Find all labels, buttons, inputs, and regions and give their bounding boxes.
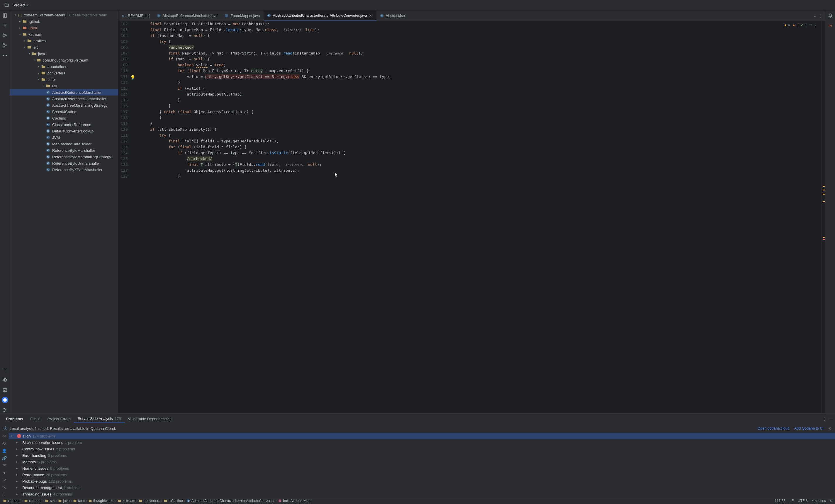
tree-item-referencebyidmarshallingstrategy[interactable]: CReferenceByIdMarshallingStrategy <box>10 153 118 160</box>
code-line[interactable]: try { <box>131 132 821 138</box>
breadcrumb-item[interactable]: xstream <box>24 499 42 503</box>
intention-bulb-icon[interactable]: 💡 <box>130 75 135 80</box>
code-line[interactable]: valid = entry.getKey().getClass() == Str… <box>131 74 821 80</box>
chevron-down-icon[interactable]: ⌄ <box>814 23 817 27</box>
tree-item-abstracttreemarshallingstrategy[interactable]: CAbstractTreeMarshallingStrategy <box>10 102 118 108</box>
tree-item-referencebyxpathmarshaller[interactable]: CReferenceByXPathMarshaller <box>10 166 118 173</box>
breadcrumb-item[interactable]: java <box>58 499 69 503</box>
tab-more-icon[interactable]: ⋮ <box>819 14 823 18</box>
close-icon[interactable]: ✕ <box>3 434 6 438</box>
code-line[interactable]: if (instanceMap != null) { <box>131 33 821 39</box>
breadcrumb-item[interactable]: mbuildAttributeMap <box>278 499 310 503</box>
breadcrumb-item[interactable]: reflection <box>164 499 183 503</box>
collapse-icon[interactable]: ⤡ <box>3 485 6 490</box>
code-line[interactable]: if (map != null) { <box>131 56 821 62</box>
tree-item-profiles[interactable]: ▸profiles <box>10 38 118 44</box>
problems-list[interactable]: ▾!High174 problems▸Bitwise operation iss… <box>9 433 835 497</box>
tree-item-converters[interactable]: ▸converters <box>10 70 118 76</box>
code-line[interactable]: } <box>131 121 821 127</box>
code-editor[interactable]: 102103104105106107108109110111💡112113114… <box>119 21 825 413</box>
code-line[interactable]: if (attributeMap.isEmpty()) { <box>131 127 821 132</box>
breadcrumb-item[interactable]: CAbstractAttributedCharacterIteratorAttr… <box>186 499 274 503</box>
filter-icon[interactable]: ▼ <box>3 470 6 475</box>
tab-dropdown-icon[interactable]: ⌄ <box>813 14 816 18</box>
problem-group-high[interactable]: ▾!High174 problems <box>9 433 835 439</box>
problems-tab-vulnerable-dependencies[interactable]: Vulnerable Dependencies <box>125 415 175 423</box>
problem-group-threading-issues[interactable]: ▸Threading issues4 problems <box>9 491 835 497</box>
problem-group-memory[interactable]: ▸Memory5 problems <box>9 459 835 465</box>
tree-item-caching[interactable]: CCaching <box>10 115 118 121</box>
minimize-icon[interactable]: — <box>829 417 833 421</box>
code-line[interactable]: } <box>131 97 821 103</box>
tree-item-abstractreferenceunmarshaller[interactable]: CAbstractReferenceUnmarshaller <box>10 96 118 102</box>
tree-item-abstractreferencemarshaller[interactable]: CAbstractReferenceMarshaller <box>10 89 118 96</box>
breadcrumb-item[interactable]: xstream <box>118 499 135 503</box>
eye-icon[interactable]: 👁 <box>3 463 6 468</box>
breadcrumb-item[interactable]: src <box>45 499 55 503</box>
code-line[interactable]: final Field instanceMap = Fields.locate(… <box>131 27 821 33</box>
tree-item-classloaderreference[interactable]: CClassLoaderReference <box>10 121 118 128</box>
chevron-up-icon[interactable]: ⌃ <box>809 23 812 27</box>
encoding[interactable]: UTF-8 <box>798 499 808 503</box>
tree-item-core[interactable]: ▾core <box>10 76 118 83</box>
code-line[interactable]: for (final Map.Entry<String, T> entry : … <box>131 68 821 74</box>
run-tool-icon[interactable] <box>2 377 8 383</box>
close-icon[interactable]: ✕ <box>369 14 373 18</box>
tree-item-java[interactable]: ▾java <box>10 50 118 57</box>
tab-readme-md[interactable]: M↓README.md <box>119 10 153 21</box>
close-icon[interactable]: ✕ <box>828 426 832 431</box>
commit-tool-icon[interactable] <box>2 22 8 29</box>
add-qodana-ci-link[interactable]: Add Qodana to CI <box>794 426 823 430</box>
text-tool-icon[interactable] <box>2 367 8 373</box>
cursor-position[interactable]: 111:33 <box>775 499 786 503</box>
problem-group-probable-bugs[interactable]: ▸Probable bugs122 problems <box>9 478 835 484</box>
code-line[interactable]: final Map<String, T> attributeMap = new … <box>131 21 821 27</box>
link-icon[interactable]: 🔗 <box>2 456 7 460</box>
tree-item-jvm[interactable]: CJVM <box>10 134 118 141</box>
problems-tool-icon[interactable]: ! <box>2 397 8 403</box>
code-content[interactable]: final Map<String, T> attributeMap = new … <box>131 21 821 413</box>
tree-item-referencebyidunmarshaller[interactable]: CReferenceByIdUnmarshaller <box>10 160 118 166</box>
code-line[interactable]: } <box>131 103 821 109</box>
breadcrumb-item[interactable]: thoughtworks <box>88 499 114 503</box>
problem-group-numeric-issues[interactable]: ▸Numeric issues6 problems <box>9 465 835 471</box>
code-line[interactable]: } <box>131 173 821 179</box>
inspection-summary[interactable]: ▲4 ▲2 ✓2 ⌃ ⌄ <box>784 23 817 27</box>
code-line[interactable]: final Map<String, T> map = (Map<String, … <box>131 50 821 56</box>
code-line[interactable]: final Field[] fields = type.getDeclaredF… <box>131 138 821 144</box>
problem-group-control-flow-issues[interactable]: ▸Control flow issues2 problems <box>9 446 835 452</box>
folder-icon[interactable] <box>2 1 11 9</box>
more-tool-icon[interactable] <box>2 52 8 59</box>
code-line[interactable]: /unchecked/ <box>131 44 821 50</box>
structure-tool-icon[interactable] <box>2 42 8 49</box>
terminal-tool-icon[interactable] <box>2 387 8 393</box>
editor-minimap[interactable] <box>821 21 825 413</box>
tree-item-com-thoughtworks-xstream[interactable]: ▾com.thoughtworks.xstream <box>10 57 118 63</box>
code-line[interactable]: if (valid) { <box>131 86 821 91</box>
breadcrumb-item[interactable]: converters <box>139 499 160 503</box>
project-dropdown[interactable]: Project <box>14 3 29 7</box>
problem-group-bitwise-operation-issues[interactable]: ▸Bitwise operation issues1 problem <box>9 439 835 446</box>
problems-tab-file[interactable]: File8 <box>27 415 44 423</box>
tree-item-src[interactable]: ▾src <box>10 44 118 50</box>
readonly-icon[interactable]: ⎋ <box>830 499 832 503</box>
problems-tab-project-errors[interactable]: Project Errors <box>44 415 74 423</box>
code-line[interactable]: attributeMap.put(toString(attribute), at… <box>131 168 821 173</box>
breadcrumb-item[interactable]: xstream <box>3 499 21 503</box>
expand-icon[interactable]: ⤢ <box>3 478 6 482</box>
tree-item-referencebyidmarshaller[interactable]: CReferenceByIdMarshaller <box>10 147 118 153</box>
problem-group-error-handling[interactable]: ▸Error handling5 problems <box>9 452 835 459</box>
tab-abstractjso[interactable]: CAbstractJso <box>376 10 408 21</box>
user-icon[interactable]: 👤 <box>2 448 7 453</box>
code-line[interactable]: final T attribute = (T)Fields.read(field… <box>131 162 821 168</box>
tab-enummapper-java[interactable]: CEnumMapper.java <box>221 10 264 21</box>
problem-group-performance[interactable]: ▸Performance28 problems <box>9 471 835 478</box>
project-tool-icon[interactable] <box>2 12 8 19</box>
code-line[interactable]: boolean valid = true; <box>131 62 821 68</box>
problems-tab-server-side-analysis[interactable]: Server-Side Analysis179 <box>74 415 125 423</box>
code-line[interactable]: } catch (final ObjectAccessException e) … <box>131 109 821 115</box>
tree-item-annotations[interactable]: ▸annotations <box>10 63 118 70</box>
tree-item-xstream[interactable]: ▾xstream <box>10 31 118 38</box>
line-ending[interactable]: LF <box>790 499 794 503</box>
project-tree-panel[interactable]: ▾ ▢ xstream [xstream-parent] ~/IdeaProje… <box>10 10 119 413</box>
